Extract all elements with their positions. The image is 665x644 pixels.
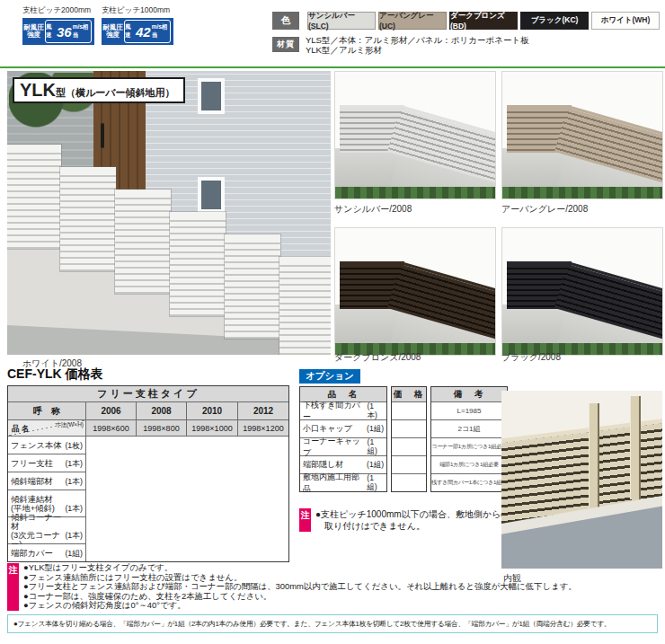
variant-caption: ダークブロンズ/2008	[334, 351, 421, 364]
item-row-end-cover: 端部カバー (1組)	[8, 544, 85, 561]
footer-note: ●フェンス本体を切り縮める場合、「端部カバー」が1組（2本の内1本のみ使用）必要…	[7, 614, 658, 633]
item-row-free-post: フリー支柱 (1本)	[8, 454, 85, 472]
wind-rating-box: 耐風圧 強度 風速 42 m/s相当	[102, 18, 173, 45]
variant-photo-sunsilver	[334, 71, 496, 199]
color-swatch-sunsilver: サンシルバー(SLC)	[307, 12, 376, 30]
color-tag: 色	[272, 12, 299, 30]
item-row-fence-body: フェンス本体 (1枚)	[8, 437, 85, 454]
options-note-column: 備 考 L=1985 2コ1組 コーナー部1カ所につき1組必要 端部1カ所につき…	[430, 386, 508, 492]
interior-view-photo	[501, 391, 662, 569]
option-note: コーナー部1カ所につき1組必要	[431, 438, 507, 455]
wind-pressure-label: 耐風圧 強度	[102, 24, 124, 40]
option-price	[392, 438, 426, 455]
options-price-column: 価 格	[391, 386, 427, 492]
table-type-header: フリー支柱タイプ	[8, 386, 288, 401]
diagonal-header-cell: 寸法(W×H) 品 名	[8, 420, 85, 436]
variant-photo-urbangray	[501, 71, 663, 199]
dimension-cell: 1998×600	[86, 420, 136, 436]
option-price	[392, 402, 426, 419]
price-table: フリー支柱タイプ 呼 称 2006 2008 2010 2012 寸法(W×H)…	[7, 385, 289, 562]
note-badge: 注	[299, 508, 311, 532]
note-lines: ●YLK型はフリー支柱タイプのみです。 ●フェンス連結箇所にはフリー支柱の設置は…	[23, 563, 577, 611]
col-header-size: 2012	[238, 402, 288, 419]
fence-graphic	[7, 71, 331, 355]
wind-rating-box: 耐風圧 強度 風速 36 m/s相当	[22, 18, 94, 45]
note-badge: 注	[7, 563, 19, 611]
price-table-title: CEF-YLK 価格表	[7, 366, 103, 383]
col-header-name: 呼 称	[8, 402, 85, 419]
col-header-size: 2010	[187, 402, 237, 419]
option-price	[392, 420, 426, 437]
options-title: オプション	[299, 369, 360, 384]
option-note: 端部1カ所につき1組必要	[431, 456, 507, 473]
col-header-size: 2008	[137, 402, 186, 419]
catalog-page: 支柱ピッチ2000mm 耐風圧 強度 風速 36 m/s相当 支柱ピッチ1000…	[0, 0, 665, 644]
interior-caption: 内観	[503, 572, 521, 585]
variant-photo-black	[501, 227, 663, 356]
main-product-photo: YLK 型（横ルーバー傾斜地用）	[7, 71, 331, 355]
price-notes: 注 ●YLK型はフリー支柱タイプのみです。 ●フェンス連結箇所にはフリー支柱の設…	[7, 563, 660, 611]
option-price	[392, 474, 426, 491]
option-note: 下桟すき間カバー1本につき1組必要	[431, 474, 507, 491]
pitch-label: 支柱ピッチ2000mm	[22, 5, 94, 16]
fence-post-graphic	[630, 396, 641, 499]
wind-spec-badge-2000: 支柱ピッチ2000mm 耐風圧 強度 風速 36 m/s相当	[22, 5, 94, 45]
item-row-slope-end: 傾斜端部材 (1本)	[8, 472, 85, 490]
variant-caption: ブラック/2008	[501, 351, 561, 364]
color-swatch-white: ホワイト(WH)	[591, 12, 660, 30]
dimension-cell: 1998×1000	[187, 420, 237, 436]
option-note: 2コ1組	[431, 420, 507, 437]
options-table: 品 名 下桟すき間カバー(1本) 小口キャップ(1組) コーナーキャップ(1組)…	[299, 386, 508, 492]
pitch-label: 支柱ピッチ1000mm	[102, 5, 173, 16]
option-row: 敷地内施工用部品(1組)	[300, 474, 386, 491]
model-subtitle: 型（横ルーバー傾斜地用）	[56, 86, 175, 100]
wind-spec-badge-1000: 支柱ピッチ1000mm 耐風圧 強度 風速 42 m/s相当	[102, 5, 173, 45]
dimension-cell: 1998×1200	[238, 420, 288, 436]
model-title: YLK 型（横ルーバー傾斜地用）	[13, 77, 185, 103]
model-code: YLK	[20, 80, 56, 100]
option-price	[392, 456, 426, 473]
option-row: コーナーキャップ(1組)	[300, 438, 386, 455]
color-swatch-urbangray: アーバングレー(UC)	[378, 12, 447, 30]
material-description: YLS型／本体：アルミ形材／パネル：ポリカーボネート板 YLK型／アルミ形材	[306, 35, 529, 55]
variant-caption: アーバングレー/2008	[501, 203, 588, 216]
wind-speed-value: 風速 36 m/s相当	[45, 20, 92, 43]
dimension-cell: 1998×800	[137, 420, 186, 436]
wind-pressure-label: 耐風圧 強度	[22, 24, 45, 40]
color-swatch-black: ブラック(KC)	[520, 12, 589, 30]
wind-speed-value: 風速 42 m/s相当	[124, 20, 171, 43]
price-values-area	[86, 437, 288, 561]
col-header-size: 2006	[86, 402, 136, 419]
item-row-slope-corner: 傾斜コーナー材 (3次元コーナー) (1本)	[8, 517, 85, 543]
variant-photo-darkbronze	[334, 227, 496, 356]
options-name-column: 品 名 下桟すき間カバー(1本) 小口キャップ(1組) コーナーキャップ(1組)…	[299, 386, 387, 492]
green-divider	[0, 66, 665, 68]
color-swatch-darkbronze: ダークブロンズ(BD)	[449, 12, 518, 30]
material-tag: 材質	[272, 37, 299, 52]
options-note: 注 ●支柱ピッチ1000mm以下の場合、敷地側からの 取り付けはできません。	[299, 508, 510, 532]
variant-caption: サンシルバー/2008	[334, 203, 412, 216]
option-row: 下桟すき間カバー(1本)	[300, 402, 386, 419]
option-note: L=1985	[431, 402, 507, 419]
